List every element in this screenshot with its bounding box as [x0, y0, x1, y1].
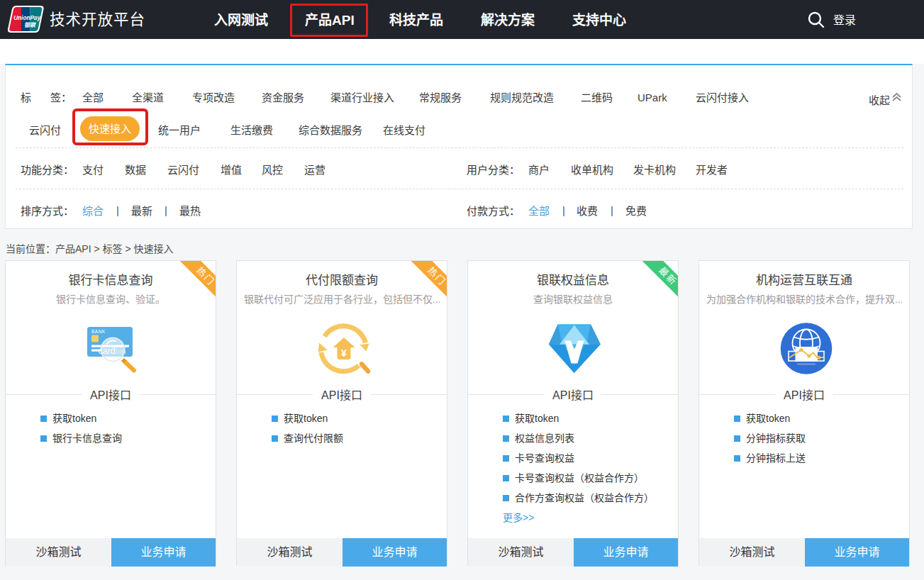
svg-text:UnionPay: UnionPay	[13, 15, 40, 21]
svg-text:BANK: BANK	[91, 329, 106, 334]
svg-text:银联: 银联	[24, 22, 36, 28]
svg-text:cardbin: cardbin	[98, 346, 126, 356]
svg-text:¥: ¥	[341, 347, 347, 359]
